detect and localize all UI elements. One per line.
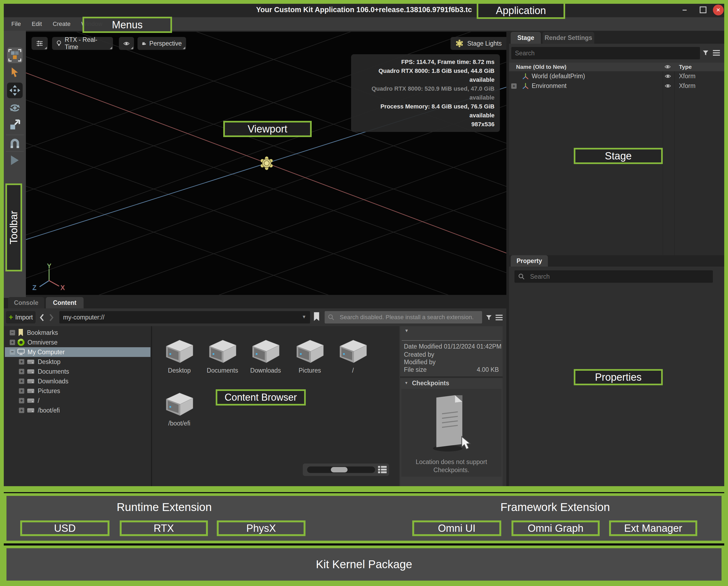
expand-icon[interactable]: +	[511, 83, 517, 89]
tab-render-settings-label: Render Settings	[545, 34, 592, 42]
expand-icon[interactable]: +	[19, 408, 24, 413]
omni-graph-label: Omni Graph	[528, 522, 583, 534]
tree-item-my-computer[interactable]: − My Computer	[5, 347, 151, 357]
menu-file[interactable]: File	[11, 21, 21, 27]
import-button[interactable]: + Import	[6, 311, 35, 323]
annotation-viewport-label: Viewport	[248, 123, 287, 135]
viewport-settings-button[interactable]	[31, 37, 48, 50]
stage-lights-button[interactable]: Stage Lights	[450, 37, 506, 50]
back-icon[interactable]	[40, 314, 44, 321]
tab-render-settings[interactable]: Render Settings	[543, 32, 594, 44]
grid-item-boot-efi[interactable]: /boot/efi	[159, 390, 200, 427]
bookmark-icon[interactable]	[313, 312, 320, 321]
property-search[interactable]	[515, 270, 713, 283]
visibility-column-icon[interactable]	[665, 65, 671, 69]
snap-tool-button[interactable]	[8, 137, 21, 150]
prim-name[interactable]: Environment	[532, 82, 567, 90]
path-bar[interactable]: ▼	[59, 311, 310, 323]
scale-tool-button[interactable]	[8, 118, 21, 131]
filter-icon[interactable]	[703, 50, 709, 56]
options-menu-icon[interactable]	[713, 50, 720, 56]
view-toggle-icon[interactable]	[378, 466, 387, 474]
move-tool-button[interactable]	[7, 82, 23, 98]
eye-icon[interactable]	[665, 74, 671, 78]
tree-item-bookmarks[interactable]: − Bookmarks	[4, 328, 149, 338]
renderer-button[interactable]: RTX - Real-Time	[52, 37, 113, 50]
grid-item-documents[interactable]: Documents	[202, 337, 243, 374]
menu-edit[interactable]: Edit	[31, 21, 42, 27]
modified-by-label: Modified by	[404, 359, 436, 366]
minimize-button[interactable]: –	[678, 2, 691, 17]
annotation-stage: Stage	[574, 148, 663, 164]
tab-stage[interactable]: Stage	[511, 32, 541, 44]
grid-item-desktop[interactable]: Desktop	[159, 337, 200, 374]
content-search-input[interactable]	[336, 311, 479, 323]
collapse-icon[interactable]: ▼	[405, 328, 409, 333]
eye-icon[interactable]	[665, 83, 671, 88]
column-type-header[interactable]: Type	[679, 64, 692, 70]
grid-item-pictures[interactable]: Pictures	[290, 337, 330, 374]
menu-create[interactable]: Create	[53, 21, 70, 27]
tree-item-downloads[interactable]: + Downloads	[4, 376, 149, 386]
select-tool-button[interactable]	[9, 66, 21, 79]
thumbnail-size-control	[303, 464, 389, 476]
maximize-button[interactable]	[696, 2, 710, 17]
rotate-tool-button[interactable]	[8, 101, 22, 115]
filter-icon[interactable]	[486, 314, 492, 321]
content-search[interactable]	[324, 311, 482, 323]
checkpoints-header[interactable]: ▼ Checkpoints	[400, 378, 502, 389]
tree-item-boot-efi[interactable]: + /boot/efi	[4, 406, 149, 415]
camera-button[interactable]: Perspective	[137, 37, 186, 50]
stage-row-environment[interactable]: + Environment Xform	[509, 81, 724, 91]
tab-property[interactable]: Property	[511, 255, 548, 267]
omni-ui-label: Omni UI	[438, 522, 475, 534]
dropdown-corner	[110, 47, 112, 49]
stage-row-world[interactable]: World (defaultPrim) Xform	[509, 72, 724, 81]
grid-item-downloads[interactable]: Downloads	[245, 337, 286, 374]
tree-item-root[interactable]: + /	[4, 396, 149, 406]
size-slider-handle[interactable]	[331, 467, 347, 472]
cursor-icon	[10, 67, 20, 78]
minus-glyph: −	[11, 330, 14, 335]
viewport[interactable]: RTX - Real-Time Perspective	[26, 32, 506, 295]
tree-label: Bookmarks	[27, 329, 58, 337]
expand-icon[interactable]: +	[19, 398, 24, 404]
tab-console[interactable]: Console	[8, 297, 44, 309]
options-menu-icon[interactable]	[496, 314, 502, 321]
grid-item-label: Pictures	[290, 367, 330, 374]
collapse-icon[interactable]: −	[10, 349, 15, 355]
tree-item-documents[interactable]: + Documents	[4, 367, 149, 376]
document-icon	[428, 395, 477, 455]
stage-search-input[interactable]	[511, 47, 700, 59]
drive-icon-large	[162, 390, 197, 418]
play-button[interactable]	[9, 154, 21, 167]
minimize-icon: –	[682, 5, 687, 14]
tree-item-desktop[interactable]: + Desktop	[4, 357, 149, 367]
distant-light-icon[interactable]	[259, 155, 275, 171]
close-button[interactable]: ✕	[713, 5, 724, 16]
property-search-input[interactable]	[526, 270, 710, 283]
framework-extension-title: Framework Extension	[412, 501, 698, 514]
prim-select-tool-button[interactable]	[7, 48, 23, 63]
tab-content[interactable]: Content	[46, 297, 84, 309]
expand-icon[interactable]: +	[10, 340, 15, 345]
path-input[interactable]	[59, 311, 296, 323]
tree-item-omniverse[interactable]: + Omniverse	[4, 338, 149, 347]
column-name-header[interactable]: Name (Old to New)	[516, 64, 567, 70]
prim-name[interactable]: World (defaultPrim)	[532, 73, 585, 80]
expand-icon[interactable]: +	[19, 379, 24, 384]
collapse-icon[interactable]: −	[10, 330, 15, 335]
checkpoints-message-line2: Checkpoints.	[401, 466, 501, 474]
expand-icon[interactable]: +	[19, 359, 24, 365]
expand-icon[interactable]: +	[19, 388, 24, 394]
visibility-button[interactable]	[119, 37, 134, 50]
plus-glyph: +	[20, 408, 23, 413]
expand-icon[interactable]: +	[19, 369, 24, 374]
tree-item-pictures[interactable]: + Pictures	[4, 386, 149, 396]
stats-process-memory: Process Memory: 8.4 GiB used, 76.5 GiB a…	[357, 102, 494, 120]
rtx-box: RTX	[120, 520, 208, 536]
forward-icon[interactable]	[49, 314, 54, 321]
tree-label: Desktop	[38, 358, 60, 366]
path-dropdown-icon[interactable]: ▼	[302, 314, 306, 320]
grid-item-root[interactable]: /	[333, 337, 373, 374]
